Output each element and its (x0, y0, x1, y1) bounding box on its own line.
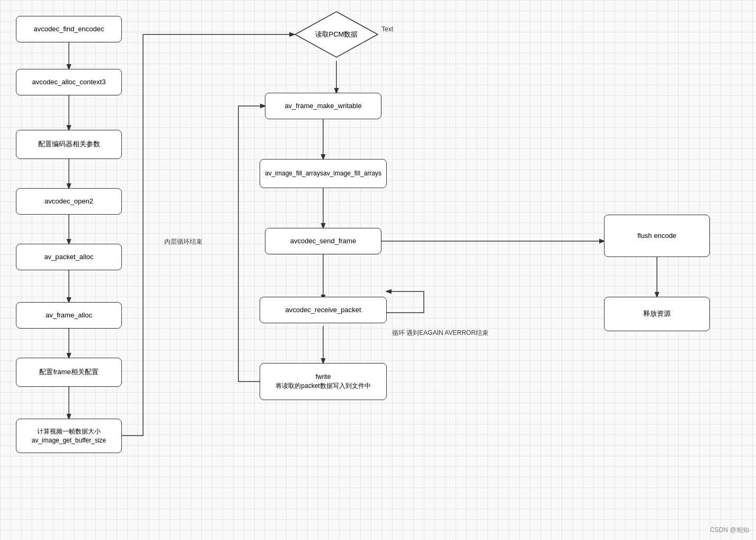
box-release-resources: 释放资源 (604, 297, 710, 331)
watermark: CSDN @相知· (710, 526, 751, 535)
svg-marker-14 (295, 12, 378, 57)
loop-end-label: 循环 遇到EAGAIN AVERROR结束 (392, 329, 488, 338)
diamond-read-pcm (294, 11, 379, 58)
flowchart-canvas: avcodec_find_encodec avcodec_alloc_conte… (0, 0, 756, 540)
box-avcodec-find-encodec: avcodec_find_encodec (16, 16, 122, 42)
box-avcodec-alloc-context3: avcodec_alloc_context3 (16, 69, 122, 95)
box-configure-frame: 配置frame相关配置 (16, 358, 122, 387)
box-fwrite: fwrite 将读取的packet数据写入到文件中 (260, 363, 387, 400)
box-av-image-fill-arrays: av_image_fill_arraysav_image_fill_arrays (260, 159, 387, 188)
box-calc-frame-size: 计算视频一帧数据大小 av_image_get_buffer_size (16, 419, 122, 453)
box-av-frame-make-writable: av_frame_make_writable (265, 93, 381, 119)
box-flush-encode: flush encode (604, 215, 710, 257)
box-av-frame-alloc: av_frame_alloc (16, 302, 122, 329)
inner-loop-end-label: 内层循环结束 (164, 237, 202, 246)
box-avcodec-open2: avcodec_open2 (16, 188, 122, 215)
box-av-packet-alloc: av_packet_alloc (16, 244, 122, 270)
box-avcodec-receive-packet: avcodec_receive_packet (260, 297, 387, 323)
box-avcodec-send-frame: avcodec_send_frame (265, 228, 381, 254)
text-label: Text (381, 25, 393, 33)
box-configure-encoder: 配置编码器相关参数 (16, 130, 122, 159)
